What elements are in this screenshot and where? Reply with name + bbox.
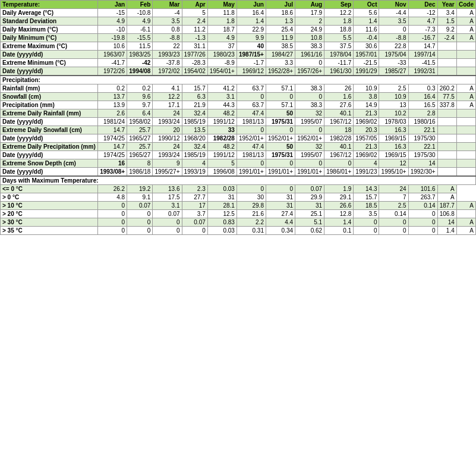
row-label: Snowfall (cm) — [1, 93, 98, 101]
row-cell: 1993/08+ — [98, 168, 127, 177]
row-cell: 1978/04 — [324, 51, 354, 59]
row-cell: 37 — [207, 42, 237, 51]
row-cell: 5 — [182, 9, 207, 17]
row-cell: 0.14 — [408, 202, 437, 210]
col-apr: Apr — [182, 1, 207, 9]
row-label: <= 0 °C — [1, 185, 98, 193]
row-cell: 1974/25 — [98, 151, 127, 159]
row-cell: 1981/13 — [237, 118, 266, 126]
row-cell: 0 — [153, 218, 182, 227]
row-cell: 30.6 — [354, 42, 379, 51]
row-cell: 4.9 — [98, 17, 127, 26]
row-cell: -10.8 — [127, 9, 153, 17]
row-cell: 13 — [379, 101, 408, 109]
row-cell: 1969/15 — [379, 151, 408, 159]
row-cell: 0.14 — [379, 210, 408, 218]
row-cell: 0.07 — [153, 210, 182, 218]
row-cell: 29.9 — [295, 193, 324, 202]
table-row: Extreme Minimum (°C)-41.7-42-37.8-28.3-8… — [1, 59, 476, 67]
row-cell — [437, 134, 456, 143]
table-row: > 20 °C000.073.712.521.627.425.112.83.50… — [1, 210, 476, 218]
row-cell: A — [456, 17, 475, 26]
table-row: Extreme Maximum (°C)10.611.52231.1374038… — [1, 42, 476, 51]
row-cell: 0.62 — [295, 227, 324, 235]
row-cell: 4 — [354, 159, 379, 168]
row-cell — [456, 118, 475, 126]
row-cell — [456, 159, 475, 168]
row-cell: 0 — [295, 93, 324, 101]
row-label: Extreme Snow Depth (cm) — [1, 159, 98, 168]
row-cell — [437, 126, 456, 134]
row-label: Extreme Maximum (°C) — [1, 42, 98, 51]
row-cell: 0 — [324, 159, 354, 168]
row-cell: 14 — [408, 159, 437, 168]
row-cell: 1968/20 — [182, 134, 207, 143]
row-label: Standard Deviation — [1, 17, 98, 26]
row-cell: 101.6 — [408, 185, 437, 193]
row-cell: 0 — [127, 218, 153, 227]
row-cell: 41.2 — [207, 84, 237, 93]
row-cell: 0 — [266, 126, 295, 134]
row-label: Extreme Daily Rainfall (mm) — [1, 109, 98, 118]
row-cell: 1.3 — [266, 17, 295, 26]
row-cell: 17.9 — [295, 9, 324, 17]
row-cell: 15.7 — [354, 193, 379, 202]
row-cell: 1991/23 — [354, 168, 379, 177]
row-cell: 4.9 — [127, 17, 153, 26]
row-cell: 1969/02 — [354, 118, 379, 126]
row-cell: -28.3 — [182, 59, 207, 67]
row-cell: 11.2 — [182, 26, 207, 34]
row-cell: 0.3 — [408, 84, 437, 93]
table-body: Daily Average (°C)-15-10.8-4511.816.418.… — [1, 9, 476, 235]
row-label: Extreme Daily Snowfall (cm) — [1, 126, 98, 134]
row-cell — [437, 151, 456, 159]
row-cell: 57.1 — [266, 101, 295, 109]
row-cell: 0.07 — [295, 185, 324, 193]
row-cell: 29.8 — [237, 202, 266, 210]
row-label: Rainfall (mm) — [1, 84, 98, 93]
row-cell: 12.8 — [324, 210, 354, 218]
row-cell: 1.4 — [237, 17, 266, 26]
row-cell: 16.3 — [379, 143, 408, 151]
row-label: Daily Maximum (°C) — [1, 26, 98, 34]
row-cell: 1969/02 — [354, 151, 379, 159]
row-cell: 10.2 — [379, 109, 408, 118]
row-cell: 1952/28+ — [266, 67, 295, 76]
row-cell: 38.3 — [295, 101, 324, 109]
row-cell: 2 — [295, 17, 324, 26]
row-cell: 1965/27 — [127, 134, 153, 143]
row-cell: 3.5 — [379, 17, 408, 26]
row-cell — [456, 126, 475, 134]
row-cell: -19.8 — [98, 34, 127, 42]
row-cell: 4 — [182, 159, 207, 168]
row-cell: 1.8 — [207, 17, 237, 26]
row-cell: 12.2 — [153, 93, 182, 101]
row-cell: 14.7 — [98, 143, 127, 151]
row-cell: 13.5 — [182, 126, 207, 134]
row-cell — [456, 151, 475, 159]
row-cell: -2.4 — [437, 34, 456, 42]
col-year: Year — [437, 1, 456, 9]
row-cell — [456, 210, 475, 218]
row-cell: -42 — [127, 59, 153, 67]
row-cell: 1980/23 — [207, 51, 237, 59]
table-row: Daily Minimum (°C)-19.8-15.5-8.8-1.34.99… — [1, 34, 476, 42]
row-cell: 1995/07 — [295, 118, 324, 126]
row-cell: 40.1 — [324, 143, 354, 151]
row-cell: 0.2 — [98, 84, 127, 93]
row-cell: 1957/05 — [354, 134, 379, 143]
row-cell: 1986/18 — [127, 168, 153, 177]
row-cell: 0 — [237, 185, 266, 193]
row-cell: 13.6 — [153, 185, 182, 193]
row-cell: 14.7 — [98, 126, 127, 134]
row-cell: 21.9 — [182, 101, 207, 109]
row-cell: 1.4 — [354, 17, 379, 26]
row-cell: 25.7 — [127, 143, 153, 151]
row-cell: 47.4 — [237, 109, 266, 118]
row-cell: 0.1 — [324, 227, 354, 235]
row-cell: 0.07 — [127, 202, 153, 210]
row-cell: 3.1 — [153, 202, 182, 210]
row-cell: 1983/25 — [127, 51, 153, 59]
row-cell: 1981/13 — [237, 151, 266, 159]
table-row: Date (yyyy/dd)1963/071983/251993/231977/… — [1, 51, 476, 59]
